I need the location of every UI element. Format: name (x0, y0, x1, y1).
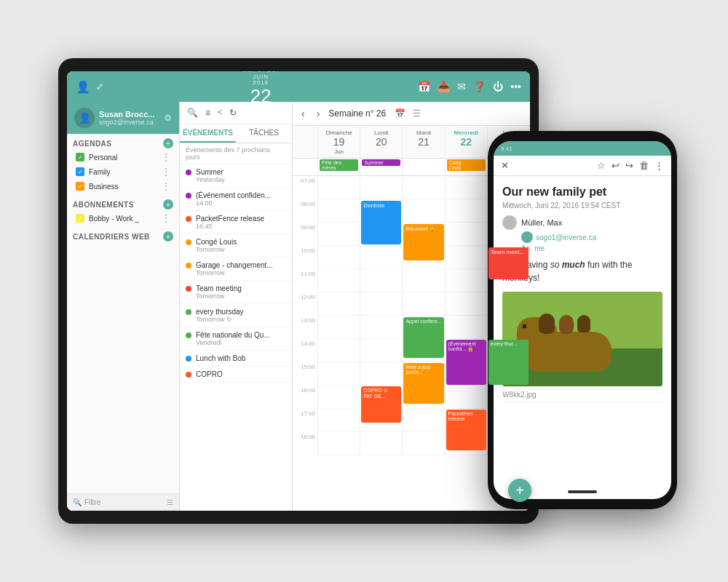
cell-tue-18[interactable] (403, 432, 445, 455)
calendar-prev-button[interactable]: ‹ (298, 106, 308, 121)
cell-wed-9[interactable] (446, 223, 488, 246)
cell-wed-12[interactable] (446, 292, 488, 316)
cell-mon-7[interactable] (360, 176, 403, 199)
cell-tue-15[interactable]: Mise à jour SoCo... (403, 362, 445, 386)
cell-tue-13[interactable]: Appel confere... (403, 316, 445, 339)
event-mise-a-jour[interactable]: Mise à jour SoCo... (403, 363, 443, 404)
more-email-icon[interactable]: ⋮ (654, 160, 664, 171)
power-icon[interactable]: ⏻ (493, 81, 503, 92)
cell-wed-14[interactable]: (Événement confid... 🔒 marc (446, 339, 488, 362)
cell-mon-14[interactable] (360, 339, 403, 362)
delete-icon[interactable]: 🗑 (639, 160, 649, 171)
list-item[interactable]: Congé Louis Tomorrow (180, 234, 292, 258)
cell-tue-8[interactable] (403, 199, 445, 223)
agenda-item-business[interactable]: ✓ Business ⋮ (73, 179, 173, 194)
forward-icon[interactable]: ↪ (625, 160, 633, 171)
cell-tue-9[interactable]: Réunion 🔒 (403, 223, 445, 246)
list-item[interactable]: Garage - changement... Tomorrow (180, 258, 292, 281)
cell-tue-17[interactable] (403, 409, 445, 432)
list-item[interactable]: Lunch with Bob (180, 351, 292, 367)
calendar-icon[interactable]: 📅 (418, 81, 430, 92)
list-icon[interactable]: ☰ (167, 498, 173, 506)
filter1-icon[interactable]: ≡ (204, 106, 212, 119)
me-label: me (534, 244, 545, 252)
cell-wed-10[interactable] (446, 246, 488, 269)
cell-mon-13[interactable] (360, 316, 403, 339)
list-item[interactable]: Summer Yesterday (180, 164, 292, 188)
list-item[interactable]: PacketFence release 16:45 (180, 211, 292, 234)
cell-sun-15[interactable] (318, 362, 360, 386)
event-evenement-wed[interactable]: (Événement confid... 🔒 (446, 340, 486, 385)
mail-icon[interactable]: ✉ (457, 81, 466, 92)
cell-mon-11[interactable] (360, 269, 403, 292)
cell-sun-18[interactable] (318, 432, 360, 455)
list-item[interactable]: every thursday Tomorrow ↻ (180, 304, 292, 327)
refresh-icon[interactable]: ↻ (228, 106, 238, 119)
cell-sun-16[interactable] (318, 386, 360, 409)
list-item[interactable]: COPRO (180, 367, 292, 383)
agenda-item-bobby[interactable]: ✓ Bobby - Work _ ⋮ (73, 211, 173, 226)
agenda-menu-personal[interactable]: ⋮ (162, 152, 170, 162)
more-icon[interactable]: ••• (510, 81, 521, 92)
cell-wed-17[interactable]: PacketFen release (446, 409, 488, 432)
cell-wed-16[interactable] (446, 386, 488, 409)
add-webcal-button[interactable]: + (163, 231, 173, 242)
star-icon[interactable]: ☆ (597, 160, 606, 171)
event-copro[interactable]: COPRO ⊙PAT GE... (361, 386, 401, 423)
add-event-button[interactable]: + (508, 479, 530, 502)
cell-mon-12[interactable] (360, 292, 403, 316)
add-agenda-button[interactable]: + (163, 138, 173, 148)
event-every-thu[interactable]: every thur... (488, 340, 529, 385)
agenda-item-family[interactable]: ✓ Family ⋮ (73, 164, 173, 179)
cell-tue-12[interactable] (403, 292, 445, 316)
calendar-settings-icon[interactable]: ☰ (413, 108, 421, 119)
cell-sun-13[interactable] (318, 316, 360, 339)
event-team-meet[interactable]: Team meet... (488, 247, 529, 279)
cell-sun-12[interactable] (318, 292, 360, 316)
agenda-menu-bobby[interactable]: ⋮ (162, 213, 170, 223)
list-item[interactable]: (Événement confiden... 14:00 (180, 188, 292, 211)
add-subscription-button[interactable]: + (163, 199, 173, 210)
filter-label[interactable]: Filtre (84, 498, 164, 506)
cell-mon-15[interactable] (360, 362, 403, 386)
cell-sun-10[interactable] (318, 246, 360, 269)
cell-tue-7[interactable] (403, 176, 445, 199)
cell-mon-10[interactable] (360, 246, 403, 269)
list-item[interactable]: Fête nationale du Qu... Vendredi (180, 327, 292, 351)
cell-mon-16[interactable]: COPRO ⊙PAT GE... (360, 386, 403, 409)
settings-icon[interactable]: ⚙ (164, 113, 172, 123)
event-dentiste[interactable]: Dentiste (361, 201, 401, 244)
agenda-menu-business[interactable]: ⋮ (162, 181, 170, 191)
reply-icon[interactable]: ↩ (612, 160, 620, 171)
event-packetfence[interactable]: PacketFen release (446, 410, 486, 450)
cell-tue-11[interactable] (403, 269, 445, 292)
inbox-icon[interactable]: 📥 (438, 81, 450, 92)
cell-thu-14[interactable]: every thur... (488, 339, 530, 362)
cell-sun-8[interactable] (318, 199, 360, 223)
cell-sun-9[interactable] (318, 223, 360, 246)
cell-wed-7[interactable] (446, 176, 488, 199)
cell-mon-8[interactable]: Dentiste (360, 199, 403, 223)
cell-sun-7[interactable] (318, 176, 360, 199)
filter2-icon[interactable]: ⧼ (216, 106, 223, 119)
event-reunion[interactable]: Réunion 🔒 (403, 224, 443, 260)
help-icon[interactable]: ❓ (473, 81, 486, 92)
close-icon[interactable]: ✕ (501, 160, 509, 171)
agenda-menu-family[interactable]: ⋮ (162, 167, 170, 177)
tab-events[interactable]: ÉVÉNEMENTS (180, 124, 236, 143)
cell-sun-14[interactable] (318, 339, 360, 362)
event-appel[interactable]: Appel confere... (403, 317, 443, 358)
calendar-next-button[interactable]: › (314, 106, 323, 121)
list-item[interactable]: Team meeting Tomorrow (180, 281, 292, 304)
cell-sun-17[interactable] (318, 409, 360, 432)
search-toolbar-icon[interactable]: 🔍 (186, 106, 199, 119)
calendar-view-icon[interactable]: 📅 (395, 108, 405, 119)
cell-thu-10[interactable]: Team meet... (488, 246, 530, 269)
cell-sun-11[interactable] (318, 269, 360, 292)
cell-wed-8[interactable] (446, 199, 488, 223)
tab-tasks[interactable]: TÂCHES (236, 124, 292, 143)
cell-wed-11[interactable] (446, 269, 488, 292)
cell-wed-13[interactable] (446, 316, 488, 339)
cell-mon-18[interactable] (360, 432, 403, 455)
agenda-item-personal[interactable]: ✓ Personal ⋮ (73, 150, 173, 164)
